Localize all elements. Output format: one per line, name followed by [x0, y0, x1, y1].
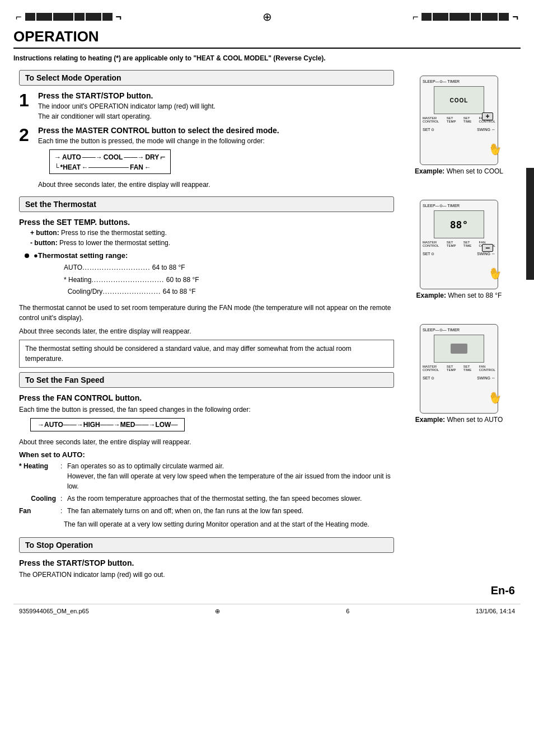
footer-right: 13/1/06, 14:14	[476, 608, 515, 614]
section3-title: To Set the Fan Speed	[25, 375, 104, 384]
step2: 2 Press the MASTER CONTROL button to sel…	[19, 126, 394, 192]
temp-display: 88°	[434, 210, 484, 238]
section3-box: To Set the Fan Speed	[19, 372, 394, 388]
remote-diagram-cool: SLEEP—⊙— TIMER COOL MASTERCONTROL SETTEM…	[420, 76, 498, 165]
center-target-icon: ⊕	[263, 10, 272, 24]
thermostat-note-box: The thermostat setting should be conside…	[19, 340, 394, 368]
fan-control-desc: Each time the button is pressed, the fan…	[19, 405, 394, 415]
step1-title: Press the START/STOP button.	[38, 91, 394, 100]
hand-pointer-2: ✋	[486, 264, 504, 281]
stop-press-desc: The OPERATION indicator lamp (red) will …	[19, 570, 394, 580]
section2-title: Set the Thermostat	[25, 200, 96, 209]
section2-box: Set the Thermostat	[19, 196, 394, 212]
section4-title: To Stop Operation	[25, 541, 93, 550]
set-temp-title: Press the SET TEMP. buttons.	[19, 218, 394, 227]
step1: 1 Press the START/STOP button. The indoo…	[19, 91, 394, 121]
step2-desc: Each time the button is pressed, the mod…	[38, 136, 394, 146]
fan-indent-note: The fan will operate at a very low setti…	[64, 519, 394, 529]
thermostat-fan-note: The thermostat cannot be used to set roo…	[19, 303, 394, 323]
heating-row: * Heating : Fan operates so as to optima…	[19, 461, 394, 491]
remote-diagram-auto: SLEEP—⊙— TIMER MASTERCONTROL SETTEMP SET…	[420, 324, 498, 414]
thermostat-ranges: AUTO............................ 64 to 8…	[64, 262, 394, 298]
fan-row: Fan : The fan alternately turns on and o…	[19, 506, 394, 516]
minus-button-desc: - button: Press to lower the thermostat …	[30, 239, 394, 247]
cooling-row: Cooling : As the room temperature approa…	[19, 494, 394, 504]
footer-left: 9359944065_OM_en.p65	[19, 608, 89, 614]
auto-block: When set to AUTO: * Heating : Fan operat…	[19, 450, 394, 529]
page-title: OPERATION	[13, 28, 521, 49]
right-diagrams-col: SLEEP—⊙— TIMER COOL MASTERCONTROL SETTEM…	[403, 70, 515, 580]
stop-press-title: Press the START/STOP button.	[19, 558, 394, 567]
fan-three-sec: About three seconds later, the entire di…	[19, 438, 394, 446]
footer-center: 6	[346, 608, 349, 614]
example1-label: Example: When set to COOL	[415, 167, 503, 175]
auto-display	[434, 335, 484, 363]
hand-pointer-3: ✋	[486, 388, 504, 406]
cool-display: COOL	[434, 86, 484, 114]
step1-desc2: The air conditioner will start operating…	[38, 111, 394, 121]
fan-speed-flow: →AUTO——→HIGH——→MED——→LOW—	[30, 418, 185, 431]
thermostat-range-title: ●Thermostat setting range:	[25, 251, 394, 260]
warning-text: Instructions relating to heating (*) are…	[13, 54, 521, 62]
right-black-bar	[526, 168, 534, 280]
section1-title: To Select Mode Operation	[25, 73, 121, 82]
step2-number: 2	[19, 126, 32, 192]
fan-control-title: Press the FAN CONTROL button.	[19, 393, 394, 402]
bottom-bar: 9359944065_OM_en.p65 ⊕ 6 13/1/06, 14:14	[13, 604, 521, 618]
center-target-bottom: ⊕	[215, 608, 220, 615]
top-decorative-bar: ⌐ ¬ ⊕ ⌐ ¬	[13, 10, 521, 24]
plus-button-desc: + button: Press to rise the thermostat s…	[30, 229, 394, 237]
example3-label: Example: When set to AUTO	[415, 416, 503, 424]
step1-desc1: The indoor unit's OPERATION indicator la…	[38, 101, 394, 111]
section1-box: To Select Mode Operation	[19, 70, 394, 86]
diagram1-container: SLEEP—⊙— TIMER COOL MASTERCONTROL SETTEM…	[415, 76, 503, 175]
step2-three-sec: About three seconds later, the entire di…	[38, 181, 394, 189]
section4-box: To Stop Operation	[19, 537, 394, 553]
thermostat-three-sec: About three seconds later, the entire di…	[19, 327, 394, 335]
step2-title: Press the MASTER CONTROL button to selec…	[38, 126, 394, 135]
page-number: En-6	[13, 584, 521, 597]
diagram2-container: SLEEP—⊙— TIMER 88° MASTERCONTROL SETTEMP…	[416, 200, 502, 299]
auto-title: When set to AUTO:	[19, 450, 394, 459]
diagram3-container: SLEEP—⊙— TIMER MASTERCONTROL SETTEMP SET…	[415, 324, 503, 424]
remote-diagram-temp: SLEEP—⊙— TIMER 88° MASTERCONTROL SETTEMP…	[420, 200, 498, 289]
mode-flow-diagram: →AUTO ——→COOL ——→DRY ⌐ └*HEAT ←—————— FA…	[49, 149, 171, 174]
hand-pointer-1: ✋	[486, 140, 504, 157]
example2-label: Example: When set to 88 °F	[416, 292, 502, 299]
step1-number: 1	[19, 91, 32, 121]
